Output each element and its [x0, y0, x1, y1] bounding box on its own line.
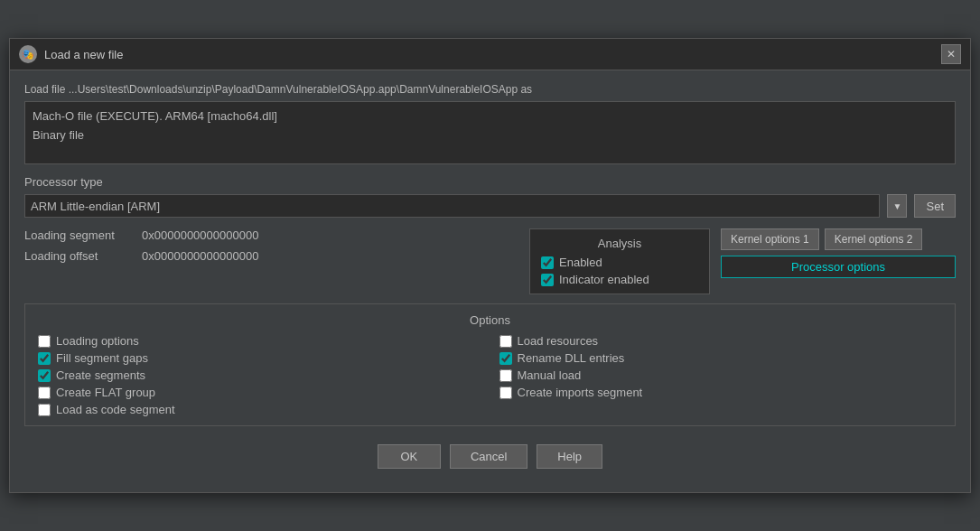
kernel-options-1-button[interactable]: Kernel options 1 — [721, 228, 819, 250]
rename-dll-entries-row: Rename DLL entries — [499, 351, 943, 365]
loading-segment-row: Loading segment 0x0000000000000000 — [24, 228, 518, 242]
loading-segment-value: 0x0000000000000000 — [142, 228, 258, 242]
load-as-code-segment-checkbox[interactable] — [38, 404, 51, 416]
create-flat-group-checkbox[interactable] — [38, 387, 51, 399]
processor-type-label: Processor type — [24, 175, 956, 189]
manual-load-label[interactable]: Manual load — [518, 368, 582, 382]
analysis-enabled-label[interactable]: Enabled — [559, 256, 602, 269]
dialog-title: Load a new file — [44, 48, 123, 61]
load-resources-row: Load resources — [499, 334, 943, 348]
title-bar: 🎭 Load a new file ✕ — [10, 39, 970, 70]
options-grid: Loading options Fill segment gaps Create… — [38, 334, 942, 416]
analysis-box: Analysis Enabled Indicator enabled — [529, 228, 710, 294]
title-bar-left: 🎭 Load a new file — [19, 45, 123, 63]
file-path-label: Load file ...Users\test\Downloads\unzip\… — [24, 83, 956, 96]
footer: OK Cancel Help — [24, 437, 956, 480]
set-button[interactable]: Set — [914, 194, 956, 218]
loading-options-checkbox[interactable] — [38, 335, 51, 348]
ok-button[interactable]: OK — [378, 444, 441, 469]
avatar: 🎭 — [19, 45, 37, 63]
kernel-options-2-button[interactable]: Kernel options 2 — [825, 228, 923, 250]
options-right-col: Load resources Rename DLL entries Manual… — [499, 334, 943, 416]
analysis-enabled-row: Enabled — [541, 256, 698, 269]
dropdown-arrow-icon[interactable]: ▼ — [887, 194, 907, 218]
rename-dll-entries-label[interactable]: Rename DLL entries — [518, 351, 625, 365]
processor-type-row: ARM Little-endian [ARM] ▼ Set — [24, 194, 956, 218]
loading-options-row: Loading options — [38, 334, 481, 348]
create-segments-label[interactable]: Create segments — [56, 368, 145, 382]
create-imports-segment-row: Create imports segment — [499, 386, 943, 399]
fill-segment-gaps-label[interactable]: Fill segment gaps — [56, 351, 148, 365]
kernel-processor-buttons: Kernel options 1 Kernel options 2 Proces… — [721, 228, 956, 294]
processor-options-button[interactable]: Processor options — [721, 256, 956, 278]
load-as-code-segment-label[interactable]: Load as code segment — [56, 403, 175, 416]
file-info-box: Mach-O file (EXECUTE). ARM64 [macho64.dl… — [24, 101, 956, 164]
middle-section: Loading segment 0x0000000000000000 Loadi… — [24, 228, 956, 294]
indicator-enabled-label[interactable]: Indicator enabled — [559, 273, 649, 286]
load-resources-checkbox[interactable] — [499, 335, 512, 348]
create-imports-segment-checkbox[interactable] — [499, 387, 512, 399]
create-flat-group-row: Create FLAT group — [38, 386, 481, 399]
processor-type-select[interactable]: ARM Little-endian [ARM] — [24, 194, 880, 218]
indicator-enabled-row: Indicator enabled — [541, 273, 698, 286]
file-info-line1: Mach-O file (EXECUTE). ARM64 [macho64.dl… — [33, 107, 947, 126]
options-section: Options Loading options Fill segment gap… — [24, 303, 956, 426]
load-as-code-segment-row: Load as code segment — [38, 403, 481, 416]
rename-dll-entries-checkbox[interactable] — [499, 352, 512, 365]
loading-segment-label: Loading segment — [24, 228, 142, 242]
manual-load-checkbox[interactable] — [499, 369, 512, 382]
options-left-col: Loading options Fill segment gaps Create… — [38, 334, 481, 416]
cancel-button[interactable]: Cancel — [450, 444, 527, 469]
create-flat-group-label[interactable]: Create FLAT group — [56, 386, 155, 399]
dialog-content: Load file ...Users\test\Downloads\unzip\… — [10, 70, 970, 492]
close-button[interactable]: ✕ — [941, 44, 961, 64]
manual-load-row: Manual load — [499, 368, 943, 382]
fill-segment-gaps-checkbox[interactable] — [38, 352, 51, 365]
create-segments-checkbox[interactable] — [38, 369, 51, 382]
fill-segment-gaps-row: Fill segment gaps — [38, 351, 481, 365]
file-info-line2: Binary file — [33, 126, 947, 145]
loading-offset-label: Loading offset — [24, 249, 142, 263]
options-title: Options — [38, 313, 942, 327]
loading-offset-value: 0x0000000000000000 — [142, 249, 258, 263]
load-resources-label[interactable]: Load resources — [518, 334, 599, 348]
analysis-enabled-checkbox[interactable] — [541, 256, 554, 269]
load-file-dialog: 🎭 Load a new file ✕ Load file ...Users\t… — [9, 38, 971, 493]
help-button[interactable]: Help — [537, 444, 602, 469]
loading-options-label[interactable]: Loading options — [56, 334, 139, 348]
create-imports-segment-label[interactable]: Create imports segment — [518, 386, 643, 399]
loading-offset-row: Loading offset 0x0000000000000000 — [24, 249, 518, 263]
kernel-buttons-row: Kernel options 1 Kernel options 2 — [721, 228, 956, 250]
segments-area: Loading segment 0x0000000000000000 Loadi… — [24, 228, 518, 294]
indicator-enabled-checkbox[interactable] — [541, 274, 554, 286]
analysis-title: Analysis — [541, 237, 698, 250]
create-segments-row: Create segments — [38, 368, 481, 382]
